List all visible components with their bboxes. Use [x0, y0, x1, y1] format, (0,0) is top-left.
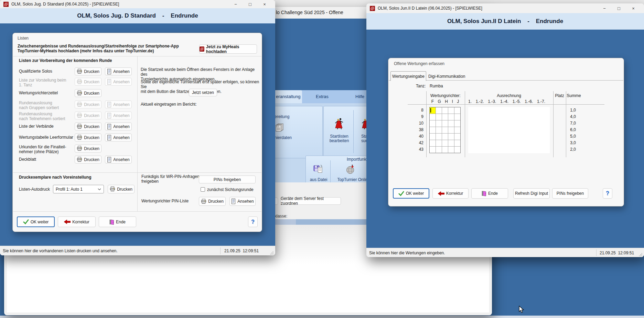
drucken-button[interactable]: Drucken — [75, 156, 101, 163]
pinliste-drucken-button[interactable]: Drucken — [199, 197, 226, 206]
print-section-title: Druckexemplare nach Voreinstellung — [19, 175, 92, 180]
close-button[interactable]: × — [626, 3, 641, 13]
score-cell[interactable] — [448, 147, 454, 153]
score-cell[interactable] — [430, 120, 436, 127]
score-cell[interactable] — [430, 114, 436, 120]
jetzt-setzen-button[interactable]: Jetzt setzen — [189, 89, 217, 96]
status-text: Sie können hier die vorhandenen Listen d… — [3, 248, 118, 253]
startlisten-bearbeiten-label[interactable]: Startlisten bearbeiten — [324, 134, 354, 143]
minimize-button[interactable]: − — [597, 3, 612, 13]
server-zuordnen-button[interactable]: Geräte dem Server fest zuordnen — [280, 197, 341, 205]
score-cell[interactable] — [454, 147, 460, 153]
ende-button[interactable]: Ende — [471, 188, 508, 199]
resize-grip-icon[interactable] — [270, 251, 274, 255]
maximize-button[interactable]: □ — [243, 0, 257, 8]
autodruck-select[interactable]: Profil 1: Auto 1 — [53, 185, 104, 193]
score-cell[interactable] — [436, 140, 442, 146]
close-button[interactable]: × — [257, 0, 272, 8]
drucken-button[interactable]: Drucken — [75, 123, 101, 130]
import-aus-datei-icon[interactable] — [313, 165, 323, 174]
score-cell[interactable] — [454, 134, 460, 140]
printer-icon — [77, 157, 82, 162]
score-cell[interactable] — [454, 114, 460, 120]
sichtungsrunde-checkbox[interactable] — [201, 187, 205, 192]
group-divider — [330, 160, 331, 186]
list-item-label: Urkunden für die Finalteil- nehmer (ohne… — [19, 145, 73, 154]
competition-header: OLM, Solos Jun.II D Latein - Endrunde — [366, 13, 644, 30]
score-input-grid[interactable] — [429, 107, 461, 153]
startlisten-bearbeiten-icon[interactable] — [334, 118, 345, 129]
minimize-button[interactable]: − — [228, 0, 243, 8]
score-cell[interactable] — [430, 127, 436, 133]
korrektur-button[interactable]: Korrektur — [58, 216, 96, 227]
score-cell[interactable] — [442, 107, 448, 114]
divider — [220, 247, 221, 254]
score-cell[interactable] — [430, 140, 436, 146]
score-cell[interactable] — [448, 107, 454, 114]
score-cell[interactable] — [448, 134, 454, 140]
ansehen-button[interactable]: Ansehen — [105, 123, 132, 130]
score-cell[interactable] — [442, 127, 448, 133]
import-aus-datei-label[interactable]: aus Datei — [310, 178, 328, 182]
score-cell[interactable] — [454, 107, 460, 114]
window-solos-jun2-d-latein: OLM, Solos Jun.II D Latein (06.04.2025) … — [366, 3, 644, 257]
refresh-digi-input-button[interactable]: Refresh Digi Input — [513, 188, 550, 199]
help-button[interactable]: ? — [603, 188, 612, 199]
divider — [596, 250, 597, 256]
score-cell-active[interactable] — [430, 107, 436, 114]
score-cell[interactable] — [436, 147, 442, 153]
drucken-button[interactable]: Drucken — [75, 89, 101, 97]
score-cell[interactable] — [430, 147, 436, 153]
ansehen-button[interactable]: Ansehen — [105, 156, 132, 163]
pinliste-label: Wertungsrichter PIN-Liste — [141, 199, 189, 203]
pins-freigeben-button[interactable]: PINs freigeben — [199, 176, 256, 183]
score-cell[interactable] — [454, 120, 460, 127]
turnierdaten-icon[interactable] — [275, 123, 284, 132]
ok-weiter-button[interactable]: OK weiter — [393, 188, 429, 199]
autodruck-drucken-button[interactable]: Drucken — [108, 185, 135, 193]
resize-grip-icon[interactable] — [638, 253, 643, 257]
tab-extras[interactable]: Extras — [316, 94, 329, 99]
maximize-button[interactable]: □ — [612, 3, 626, 13]
tab-hilfe[interactable]: Hilfe — [355, 94, 364, 99]
topturnier-logo-icon — [200, 46, 204, 52]
score-cell[interactable] — [442, 120, 448, 127]
score-cell[interactable] — [448, 127, 454, 133]
window-title: OLM, Solos Jug. D Standard (06.04.2025) … — [11, 2, 119, 7]
score-cell[interactable] — [448, 120, 454, 127]
topturnier-online-icon[interactable] — [345, 165, 356, 174]
pinliste-ansehen-button[interactable]: Ansehen — [229, 197, 256, 206]
ansehen-button[interactable]: Ansehen — [105, 67, 132, 75]
pins-freigeben-button[interactable]: PINs freigeben — [552, 188, 588, 199]
score-cell[interactable] — [442, 147, 448, 153]
score-cell[interactable] — [436, 127, 442, 133]
app-icon — [3, 2, 9, 7]
score-cell[interactable] — [436, 107, 442, 114]
drucken-button[interactable]: Drucken — [75, 67, 101, 75]
score-cell[interactable] — [448, 114, 454, 120]
korrektur-button[interactable]: Korrektur — [432, 188, 469, 199]
score-cell[interactable] — [454, 127, 460, 133]
tab-digi-kommunikation[interactable]: Digi-Kommunikation — [428, 74, 465, 79]
score-cell[interactable] — [442, 140, 448, 146]
ende-button[interactable]: Ende — [99, 216, 136, 227]
list-item-label: Liste zur Vorstellung beim 1. Tanz — [19, 78, 73, 87]
score-cell[interactable] — [436, 120, 442, 127]
score-cell[interactable] — [430, 134, 436, 140]
score-cell[interactable] — [448, 140, 454, 146]
myheats-upload-button[interactable]: Jetzt zu MyHeats hochladen — [199, 44, 257, 54]
score-cell[interactable] — [442, 114, 448, 120]
score-cell[interactable] — [436, 114, 442, 120]
tab-wertungseingabe[interactable]: Wertungseingabe — [390, 71, 426, 81]
ok-weiter-button[interactable]: OK weiter — [17, 216, 55, 227]
score-cell[interactable] — [436, 134, 442, 140]
calc-header: Ausrechnung — [468, 93, 550, 98]
drucken-button[interactable]: Drucken — [75, 145, 101, 152]
screen: lo Challenge Süd 2025 - Offene eranstalt… — [0, 0, 644, 318]
score-cell[interactable] — [442, 134, 448, 140]
score-cell[interactable] — [454, 140, 460, 146]
document-icon — [107, 79, 111, 85]
drucken-button[interactable]: Drucken — [75, 134, 101, 141]
ansehen-button[interactable]: Ansehen — [105, 134, 132, 141]
help-button[interactable]: ? — [248, 216, 258, 227]
